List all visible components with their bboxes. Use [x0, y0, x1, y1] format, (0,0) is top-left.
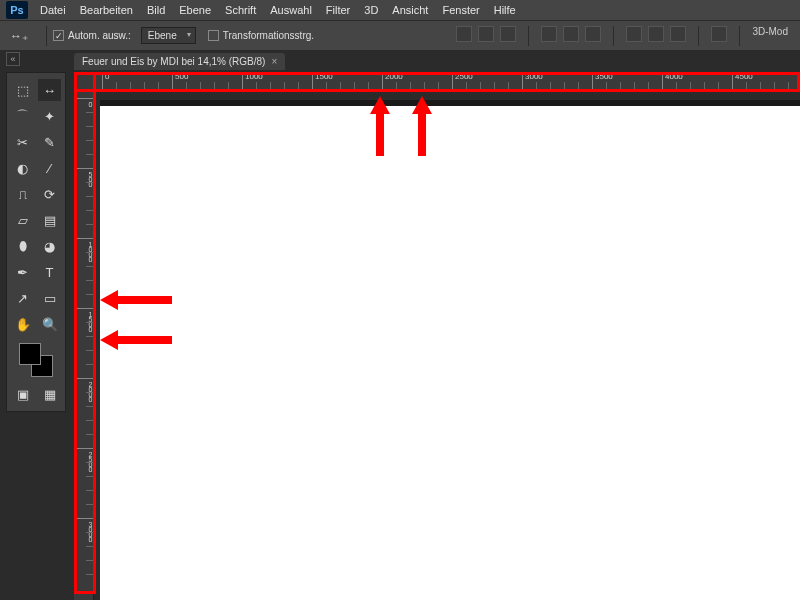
toolbox: ⬚↔ ⌒✦ ✂✎ ◐⁄ ⎍⟳ ▱▤ ⬮◕ ✒T ↗▭ ✋🔍 ▣▦ [6, 72, 66, 412]
auto-select-label: Autom. ausw.: [68, 30, 131, 41]
annotation-ruler-v-highlight [74, 72, 96, 594]
menu-view[interactable]: Ansicht [392, 4, 428, 16]
menu-bar: Ps Datei Bearbeiten Bild Ebene Schrift A… [0, 0, 800, 20]
annotation-ruler-h-highlight [74, 72, 800, 92]
menu-help[interactable]: Hilfe [494, 4, 516, 16]
menu-select[interactable]: Auswahl [270, 4, 312, 16]
options-bar: ↔₊ ✓Autom. ausw.: Ebene Transformationss… [0, 20, 800, 50]
history-brush-tool[interactable]: ⟳ [38, 183, 61, 205]
mode-3d-label[interactable]: 3D-Mod [752, 26, 788, 46]
distribute-2-icon[interactable] [648, 26, 664, 42]
menu-filter[interactable]: Filter [326, 4, 350, 16]
eraser-tool[interactable]: ▱ [11, 209, 34, 231]
zoom-tool[interactable]: 🔍 [38, 313, 61, 335]
wand-tool[interactable]: ✦ [38, 105, 61, 127]
move-tool-icon: ↔₊ [10, 29, 28, 43]
close-tab-icon[interactable]: × [271, 56, 277, 67]
foreground-swatch[interactable] [19, 343, 41, 365]
distribute-1-icon[interactable] [626, 26, 642, 42]
screen-mode-toggle[interactable]: ▦ [38, 383, 61, 405]
menu-window[interactable]: Fenster [442, 4, 479, 16]
stamp-tool[interactable]: ⎍ [11, 183, 34, 205]
menu-image[interactable]: Bild [147, 4, 165, 16]
transform-controls-checkbox[interactable]: Transformationsstrg. [208, 30, 326, 41]
document-tab-bar: Feuer und Eis by MDI bei 14,1% (RGB/8) × [0, 50, 800, 70]
menu-type[interactable]: Schrift [225, 4, 256, 16]
dodge-tool[interactable]: ◕ [38, 235, 61, 257]
gradient-tool[interactable]: ▤ [38, 209, 61, 231]
menu-3d[interactable]: 3D [364, 4, 378, 16]
menu-edit[interactable]: Bearbeiten [80, 4, 133, 16]
hand-tool[interactable]: ✋ [11, 313, 34, 335]
brush-tool[interactable]: ⁄ [38, 157, 61, 179]
marquee-tool[interactable]: ⬚ [11, 79, 34, 101]
app-logo: Ps [6, 1, 28, 19]
crop-tool[interactable]: ✂ [11, 131, 34, 153]
type-tool[interactable]: T [38, 261, 61, 283]
align-top-icon[interactable] [456, 26, 472, 42]
blur-tool[interactable]: ⬮ [11, 235, 34, 257]
canvas-area: 050010001500200025003000350040004500 050… [74, 72, 800, 600]
heal-tool[interactable]: ◐ [11, 157, 34, 179]
pen-tool[interactable]: ✒ [11, 261, 34, 283]
auto-select-checkbox[interactable]: ✓Autom. ausw.: [53, 30, 131, 41]
color-swatches[interactable] [19, 343, 53, 377]
eyedropper-tool[interactable]: ✎ [38, 131, 61, 153]
document-title: Feuer und Eis by MDI bei 14,1% (RGB/8) [82, 56, 265, 67]
quickmask-toggle[interactable]: ▣ [11, 383, 34, 405]
panel-collapse-toggle[interactable]: « [6, 52, 20, 66]
layer-select[interactable]: Ebene [141, 27, 196, 44]
align-right-icon[interactable] [585, 26, 601, 42]
move-tool[interactable]: ↔ [38, 79, 61, 101]
align-hcenter-icon[interactable] [563, 26, 579, 42]
document-canvas[interactable] [100, 100, 800, 600]
transform-label: Transformationsstrg. [223, 30, 314, 41]
path-tool[interactable]: ↗ [11, 287, 34, 309]
menu-layer[interactable]: Ebene [179, 4, 211, 16]
shape-tool[interactable]: ▭ [38, 287, 61, 309]
align-buttons: 3D-Mod [456, 26, 800, 46]
lasso-tool[interactable]: ⌒ [11, 105, 34, 127]
align-vcenter-icon[interactable] [478, 26, 494, 42]
align-bottom-icon[interactable] [500, 26, 516, 42]
distribute-3-icon[interactable] [670, 26, 686, 42]
distribute-4-icon[interactable] [711, 26, 727, 42]
document-tab[interactable]: Feuer und Eis by MDI bei 14,1% (RGB/8) × [74, 53, 285, 70]
align-left-icon[interactable] [541, 26, 557, 42]
menu-file[interactable]: Datei [40, 4, 66, 16]
